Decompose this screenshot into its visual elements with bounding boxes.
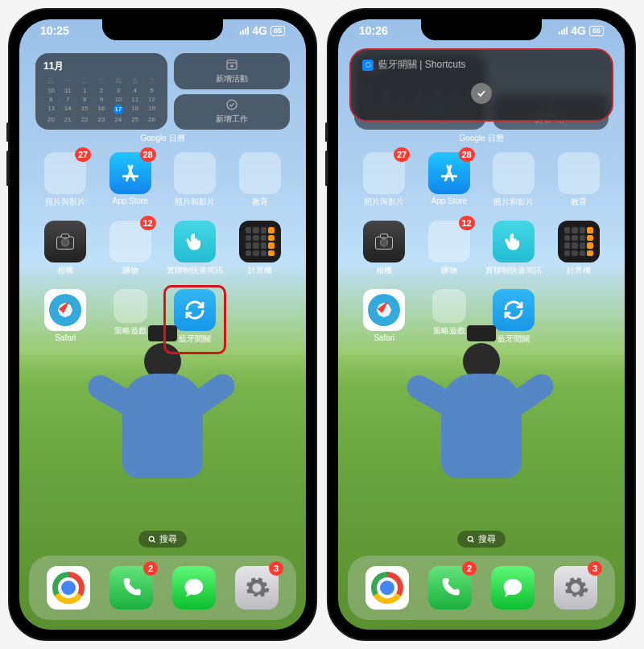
app-store[interactable]: 28 App Store: [101, 152, 161, 208]
calendar-grid: 日一二三四五六 303112345 6789101112 13141516171…: [43, 76, 159, 123]
check-circle-icon: [225, 98, 238, 111]
battery-icon: 65: [270, 26, 285, 36]
search-icon: [148, 535, 156, 544]
badge: 3: [269, 561, 283, 576]
notch: [102, 19, 223, 40]
badge: 27: [75, 147, 91, 162]
app-safari[interactable]: Safari: [354, 289, 415, 353]
notification-title: 藍牙開關 | Shortcuts: [378, 58, 465, 72]
app-camera[interactable]: 相機: [354, 221, 415, 276]
svg-point-4: [227, 100, 237, 110]
calendar-widget[interactable]: 11月 日一二三四五六 303112345 6789101112 1314151…: [35, 53, 290, 130]
badge: 2: [143, 561, 158, 576]
battery-icon: 65: [589, 26, 604, 36]
app-bluetooth-toggle[interactable]: 藍牙開關: [165, 289, 225, 353]
hand-icon: [184, 230, 206, 253]
folder-photos-videos-2[interactable]: 照片和影片: [484, 152, 544, 208]
svg-line-21: [472, 540, 473, 542]
dock-messages[interactable]: [491, 566, 535, 610]
app-calculator[interactable]: 計算機: [549, 221, 609, 276]
signal-icon: [559, 27, 568, 35]
appstore-icon: [118, 161, 142, 185]
svg-point-20: [468, 536, 473, 541]
app-calculator[interactable]: 計算機: [230, 221, 291, 276]
widget-caption: Google 日曆: [35, 133, 290, 144]
badge: 12: [140, 216, 156, 230]
dock-phone[interactable]: 2: [428, 566, 472, 610]
wallpaper-person: [429, 343, 534, 478]
svg-line-12: [153, 540, 155, 542]
folder-photos-videos-2[interactable]: 照片和影片: [165, 152, 225, 208]
calendar-month: 11月: [43, 60, 159, 73]
folder-education[interactable]: 教育: [549, 152, 609, 208]
safari-icon: [49, 294, 81, 326]
dock-settings[interactable]: 3: [235, 566, 279, 610]
app-contact-tracing[interactable]: 實聯制快速簡訊: [165, 221, 225, 276]
network-label: 4G: [571, 24, 586, 37]
phone-frame-right: 10:26 4G 65 藍牙開關 | Shortcuts 11月: [327, 8, 636, 641]
folder-photos-videos-1[interactable]: 27 照片與影片: [35, 152, 96, 208]
badge: 28: [140, 147, 156, 162]
dock-settings[interactable]: 3: [554, 566, 597, 610]
dock-chrome[interactable]: [365, 566, 409, 610]
svg-point-18: [381, 239, 388, 246]
message-icon: [182, 576, 206, 600]
svg-rect-10: [62, 234, 69, 238]
appstore-icon: [437, 161, 461, 185]
hand-icon: [502, 230, 525, 253]
shortcuts-app-icon: [362, 60, 374, 71]
camera-icon: [373, 230, 395, 253]
folder-shopping[interactable]: 12 購物: [419, 221, 480, 276]
shortcut-notification[interactable]: 藍牙開關 | Shortcuts: [349, 48, 613, 122]
calendar-plus-icon: [225, 58, 238, 71]
network-label: 4G: [252, 24, 267, 37]
dock-messages[interactable]: [172, 566, 216, 610]
camera-icon: [54, 230, 76, 253]
home-screen: 10:26 4G 65 藍牙開關 | Shortcuts 11月: [338, 19, 625, 630]
new-task-widget[interactable]: 新增工作: [174, 94, 290, 130]
status-time: 10:25: [40, 24, 69, 37]
dock-phone[interactable]: 2: [109, 566, 153, 610]
signal-icon: [240, 27, 249, 35]
search-icon: [467, 535, 475, 544]
svg-rect-19: [381, 234, 388, 238]
highlight-annotation: [163, 285, 226, 354]
svg-point-9: [62, 239, 69, 246]
new-event-widget[interactable]: 新增活動: [174, 53, 290, 89]
wallpaper-person: [110, 343, 215, 478]
search-button[interactable]: 搜尋: [138, 531, 187, 548]
dock: 2 3: [348, 556, 615, 620]
svg-point-11: [149, 536, 154, 541]
phone-icon: [120, 577, 142, 599]
home-screen: 10:25 4G 65 11月 日一二三四五六 303112345 678910…: [19, 19, 306, 630]
chrome-icon: [52, 572, 85, 604]
app-camera[interactable]: 相機: [35, 221, 96, 276]
app-contact-tracing[interactable]: 實聯制快速簡訊: [484, 221, 544, 276]
app-store[interactable]: 28 App Store: [419, 152, 480, 208]
gear-icon: [243, 574, 270, 601]
dock: 2 3: [29, 556, 296, 620]
notification-success-icon: [471, 83, 492, 104]
sync-icon: [502, 298, 526, 322]
search-button[interactable]: 搜尋: [457, 531, 506, 548]
folder-education[interactable]: 教育: [230, 152, 291, 208]
status-time: 10:26: [359, 24, 388, 37]
dock-chrome[interactable]: [47, 566, 90, 610]
phone-frame-left: 10:25 4G 65 11月 日一二三四五六 303112345 678910…: [8, 8, 317, 641]
folder-photos-videos-1[interactable]: 27 照片與影片: [354, 152, 415, 208]
calculator-icon: [246, 227, 275, 256]
app-safari[interactable]: Safari: [35, 289, 96, 353]
folder-shopping[interactable]: 12 購物: [101, 221, 161, 276]
notch: [421, 19, 542, 40]
